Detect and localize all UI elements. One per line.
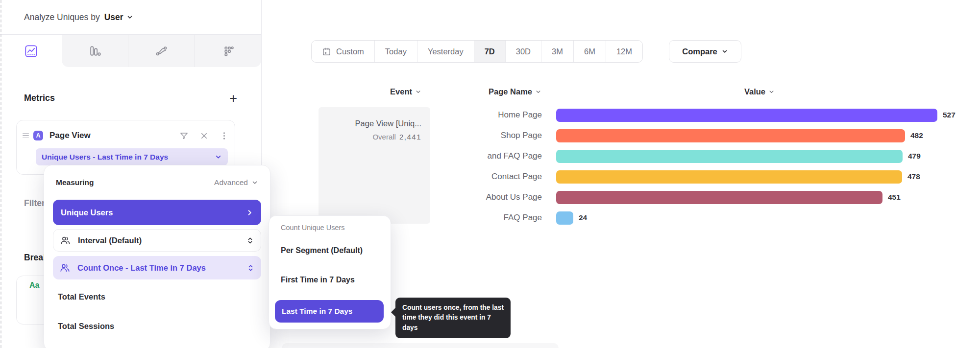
advanced-toggle[interactable]: Advanced: [214, 178, 258, 187]
tab-flows[interactable]: [128, 35, 195, 67]
chevron-down-icon: [721, 48, 728, 55]
menu-item-interval[interactable]: Interval (Default): [53, 229, 261, 252]
chevron-down-icon: [415, 89, 421, 95]
menu-item-total-sessions[interactable]: Total Sessions: [53, 316, 261, 336]
chevron-down-icon: [126, 14, 133, 21]
page-name-column-header[interactable]: Page Name: [470, 87, 541, 96]
menu-item-count-once[interactable]: Count Once - Last Time in 7 Days: [53, 256, 261, 279]
date-range-bar: Custom Today Yesterday 7D 30D 3M 6M 12M: [311, 40, 643, 63]
metric-series-badge: A: [33, 131, 43, 140]
date-range-12m[interactable]: 12M: [606, 41, 642, 62]
breakdown-type-chip[interactable]: Aa: [29, 281, 39, 290]
chevron-down-icon: [251, 179, 258, 186]
sorter-icon: [246, 237, 254, 244]
chevron-down-icon: [215, 153, 222, 161]
chevron-right-icon: [246, 209, 253, 216]
date-range-3m[interactable]: 3M: [541, 41, 573, 62]
tooltip: Count users once, from the last time the…: [395, 298, 511, 338]
metrics-header: Metrics +: [24, 93, 237, 103]
bar-value: 482: [910, 131, 923, 140]
date-range-today[interactable]: Today: [374, 41, 417, 62]
value-column-header[interactable]: Value: [556, 87, 963, 96]
row-label: Shop Page: [318, 131, 542, 140]
chevron-down-icon: [535, 89, 541, 95]
menu-item-unique-users[interactable]: Unique Users: [53, 200, 261, 225]
date-range-6m[interactable]: 6M: [573, 41, 606, 62]
measurement-pill-label: Unique Users - Last Time in 7 Days: [42, 153, 168, 162]
bar-value: 527: [943, 111, 956, 119]
calendar-icon: [322, 47, 331, 56]
metrics-title: Metrics: [24, 93, 55, 103]
tooltip-text: Count users once, from the last time the…: [402, 304, 504, 331]
submenu-item-first-time[interactable]: First Time in 7 Days: [281, 276, 355, 284]
measurement-pill[interactable]: Unique Users - Last Time in 7 Days: [36, 148, 228, 165]
date-range-7d[interactable]: 7D: [474, 41, 505, 62]
analyze-uniques-control: Analyze Uniques by User: [24, 0, 133, 34]
add-metric-button[interactable]: +: [229, 93, 237, 103]
menu-item-total-events[interactable]: Total Events: [53, 286, 261, 307]
bar-value: 478: [907, 172, 920, 181]
tab-line-chart[interactable]: [0, 35, 62, 67]
sorter-icon: [247, 264, 254, 272]
tab-bar-chart[interactable]: [62, 35, 128, 67]
bar[interactable]: [556, 150, 903, 163]
table-row: and FAQ Page 479: [318, 146, 970, 166]
grid-dots-icon: [221, 45, 235, 58]
line-chart-icon: [24, 45, 38, 58]
submenu-title: Count Unique Users: [281, 224, 345, 232]
bar[interactable]: [556, 211, 573, 225]
bar[interactable]: [556, 109, 937, 122]
date-range-30d[interactable]: 30D: [505, 41, 541, 62]
date-range-custom[interactable]: Custom: [312, 41, 374, 62]
bar-value: 479: [908, 152, 921, 161]
tab-grid-metrics[interactable]: [195, 35, 261, 67]
measuring-menu: Measuring Advanced Unique Users Interval…: [44, 165, 270, 348]
table-row: Shop Page 482: [318, 125, 970, 146]
bar-chart-icon: [88, 45, 101, 58]
bar-rows: Home Page 527 Shop Page 482 and FAQ Page…: [318, 105, 970, 228]
table-row: Contact Page 478: [318, 166, 970, 187]
flows-icon: [155, 45, 168, 58]
filter-funnel-icon[interactable]: [179, 131, 189, 140]
insights-report: Analyze Uniques by User: [0, 0, 980, 348]
table-row: About Us Page 451: [318, 187, 970, 208]
bar[interactable]: [556, 191, 882, 204]
submenu-item-last-time-selected[interactable]: Last Time in 7 Days: [275, 300, 384, 323]
drag-handle-icon[interactable]: [23, 133, 29, 139]
row-label: and FAQ Page: [318, 151, 542, 161]
row-label: Home Page: [318, 110, 542, 120]
chart-type-tabs-unselected: [62, 35, 261, 67]
bar[interactable]: [556, 129, 905, 142]
table-row: Home Page 527: [318, 105, 970, 125]
measuring-menu-title: Measuring: [56, 178, 94, 187]
more-vertical-icon[interactable]: [220, 131, 229, 140]
row-label: Contact Page: [318, 172, 542, 182]
compare-button[interactable]: Compare: [669, 40, 741, 63]
date-range-yesterday[interactable]: Yesterday: [417, 41, 474, 62]
bar-value: 451: [888, 193, 901, 202]
users-icon: [60, 263, 70, 273]
row-label: About Us Page: [318, 192, 542, 202]
count-unique-users-submenu: Count Unique Users Per Segment (Default)…: [269, 215, 391, 329]
bar[interactable]: [556, 170, 902, 184]
metric-event-name[interactable]: Page View: [49, 131, 91, 140]
next-section-edge: [282, 343, 559, 348]
event-column-header[interactable]: Event: [377, 87, 421, 96]
submenu-item-per-segment[interactable]: Per Segment (Default): [281, 246, 363, 255]
table-row: FAQ Page 24: [318, 208, 970, 228]
chevron-down-icon: [768, 89, 775, 95]
users-icon: [60, 235, 71, 246]
bar-value: 24: [579, 213, 587, 222]
analyze-label: Analyze Uniques by: [24, 12, 100, 23]
close-icon[interactable]: [199, 131, 209, 140]
analyze-entity-dropdown[interactable]: User: [104, 12, 133, 23]
